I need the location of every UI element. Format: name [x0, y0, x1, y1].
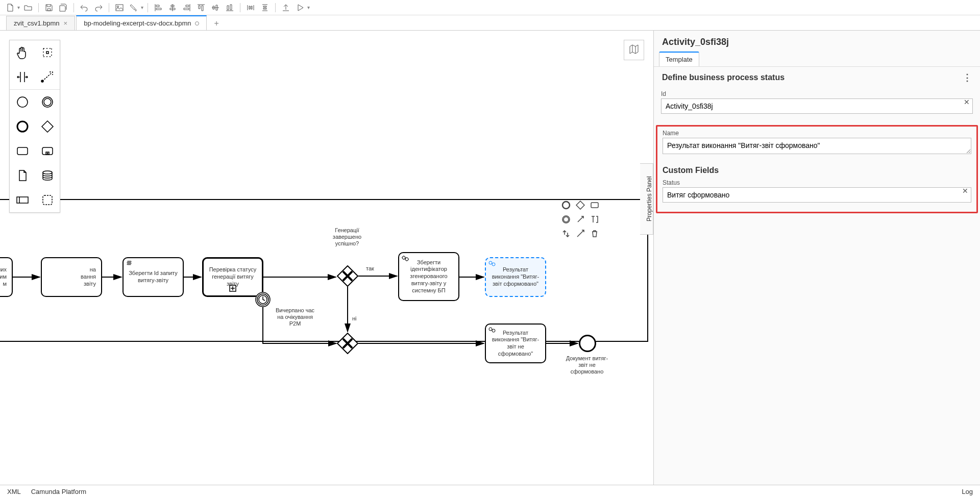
create-gateway[interactable] [35, 114, 60, 139]
svg-point-10 [489, 328, 492, 331]
svg-point-28 [44, 98, 51, 106]
hand-tool[interactable] [10, 40, 35, 65]
close-icon[interactable]: × [64, 19, 68, 27]
svg-point-7 [405, 258, 408, 261]
bpmn-gateway-2[interactable] [337, 333, 358, 354]
create-subprocess[interactable] [35, 139, 60, 163]
append-text-button[interactable] [589, 213, 601, 226]
create-start-event[interactable] [10, 90, 35, 114]
name-input[interactable]: Результат виконання "Витяг-звіт сформова… [663, 138, 971, 154]
svg-point-1 [117, 6, 119, 7]
open-file-button[interactable] [22, 2, 34, 14]
undo-button[interactable] [78, 2, 90, 14]
align-center-button[interactable] [166, 2, 179, 14]
distribute-h-button[interactable] [244, 2, 257, 14]
save-button[interactable] [43, 2, 55, 14]
diagram-canvas[interactable]: аних им м на вання звіту Зберегти Id зап… [0, 31, 653, 485]
status-bar: XML Camunda Platform Log [0, 485, 980, 498]
id-label: Id [661, 90, 973, 97]
add-tab-button[interactable]: + [208, 17, 225, 30]
lasso-tool[interactable] [35, 40, 60, 65]
tab-label: zvit_csv1.bpmn [14, 19, 60, 27]
redo-button[interactable] [92, 2, 105, 14]
change-type-button[interactable] [560, 228, 572, 240]
section-menu-icon[interactable]: ⋮ [963, 72, 972, 83]
bpmn-task-result-fail[interactable]: Результат виконання "Витяг-звіт не сформ… [485, 323, 546, 363]
append-end-event-button[interactable] [560, 199, 572, 211]
color-dropdown[interactable]: ▾ [141, 5, 143, 10]
bpmn-end-event[interactable] [579, 335, 596, 352]
create-data-object[interactable] [10, 163, 35, 188]
clear-icon[interactable]: ✕ [962, 187, 968, 195]
svg-rect-22 [591, 203, 598, 208]
align-middle-button[interactable] [209, 2, 222, 14]
run-dropdown[interactable]: ▾ [307, 5, 310, 10]
deploy-button[interactable] [280, 2, 292, 14]
create-task[interactable] [10, 139, 35, 163]
bpmn-task-save-id[interactable]: Зберегти Id запиту витягу-звіту [122, 257, 184, 297]
canvas-wrap: аних им м на вання звіту Зберегти Id зап… [0, 31, 653, 485]
service-icon [488, 327, 496, 336]
minimap-toggle[interactable] [624, 40, 644, 60]
field-name: Name Результат виконання "Витяг-звіт сфо… [663, 130, 971, 156]
tab-template[interactable]: Template [659, 52, 699, 66]
service-icon [488, 260, 496, 269]
new-file-button[interactable] [4, 2, 16, 14]
save-all-button[interactable] [57, 2, 69, 14]
new-file-dropdown[interactable]: ▾ [17, 5, 20, 10]
align-left-button[interactable] [152, 2, 164, 14]
bpmn-gateway-1[interactable] [337, 265, 358, 287]
svg-point-29 [17, 121, 28, 132]
gateway-label: Генерації завершено успішно? [327, 227, 368, 247]
align-right-button[interactable] [181, 2, 193, 14]
bpmn-task-partial-2[interactable]: на вання звіту [41, 257, 102, 297]
svg-point-11 [492, 329, 495, 332]
clear-icon[interactable]: ✕ [964, 98, 970, 106]
statusbar-xml[interactable]: XML [7, 488, 21, 495]
svg-rect-34 [17, 197, 28, 203]
task-label: Результат виконання "Витяг-звіт не сформ… [489, 330, 542, 358]
global-connect-tool[interactable] [35, 65, 60, 89]
append-gateway-button[interactable] [574, 199, 586, 211]
task-label: Зберегти Id запиту витягу-звіту [127, 270, 180, 284]
color-button[interactable] [128, 2, 140, 14]
bpmn-task-save-identifier[interactable]: Зберегти ідентифікатор згенерованого вит… [398, 252, 459, 301]
annotation-button[interactable] [574, 213, 586, 226]
append-task-button[interactable] [589, 199, 601, 211]
task-label: аних им м [0, 266, 9, 287]
image-button[interactable] [113, 2, 126, 14]
create-group[interactable] [35, 188, 60, 212]
tab-label: bp-modeling-excerpt-csv-docx.bpmn [84, 19, 191, 27]
svg-point-33 [43, 171, 52, 174]
connect-button[interactable] [574, 228, 586, 240]
append-intermediate-button[interactable] [560, 213, 572, 226]
delete-button[interactable] [589, 228, 601, 240]
status-input[interactable] [663, 187, 971, 203]
create-end-event[interactable] [10, 114, 35, 139]
create-intermediate-event[interactable] [35, 90, 60, 114]
svg-point-26 [17, 97, 28, 107]
tab-file-1[interactable]: zvit_csv1.bpmn × [6, 16, 75, 30]
bpmn-task-partial-1[interactable]: аних им м [0, 257, 13, 297]
tab-file-2[interactable]: bp-modeling-excerpt-csv-docx.bpmn [76, 15, 207, 30]
space-tool[interactable] [10, 65, 35, 89]
svg-point-25 [41, 80, 43, 82]
section-header[interactable]: Define business process status ⋮ [654, 66, 980, 88]
bpmn-callactivity-check-status[interactable]: Перевірка статусу генерації витягу звіту [202, 257, 263, 297]
svg-point-21 [562, 202, 570, 209]
bpmn-task-result-ok[interactable]: Результат виконання "Витяг-звіт сформова… [485, 257, 546, 297]
statusbar-log[interactable]: Log [962, 488, 973, 495]
task-label: на вання звіту [45, 266, 98, 287]
task-label: Результат виконання "Витяг-звіт сформова… [489, 266, 542, 287]
bpmn-boundary-timer[interactable] [255, 292, 271, 307]
align-top-button[interactable] [195, 2, 207, 14]
properties-panel-toggle[interactable]: Properties Panel [640, 163, 653, 235]
create-participant[interactable] [10, 188, 35, 212]
align-bottom-button[interactable] [224, 2, 236, 14]
distribute-v-button[interactable] [259, 2, 271, 14]
task-label: Зберегти ідентифікатор згенерованого вит… [402, 259, 455, 294]
id-input[interactable] [661, 98, 973, 114]
create-data-store[interactable] [35, 163, 60, 188]
run-button[interactable] [294, 2, 306, 14]
statusbar-platform[interactable]: Camunda Platform [31, 488, 86, 495]
